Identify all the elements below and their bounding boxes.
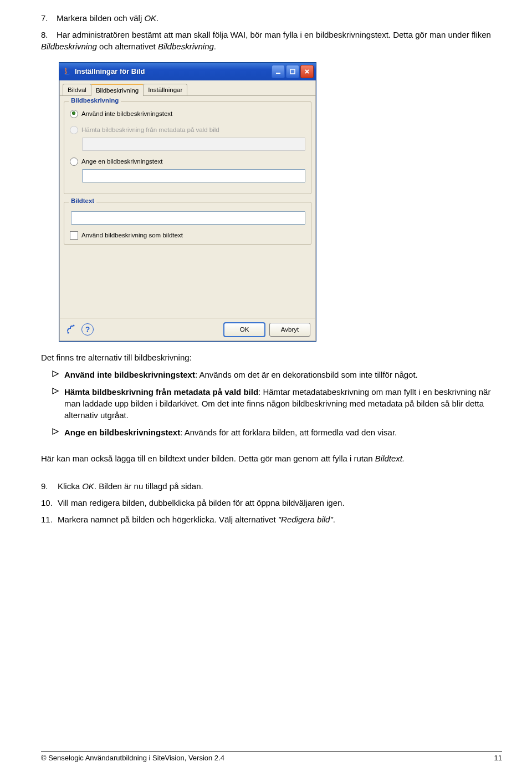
list-item-7: 7.Markera bilden och välj OK. bbox=[41, 13, 502, 24]
list-text-8a: Har administratören bestämt att man skal… bbox=[57, 30, 491, 39]
bottom-bar: ? OK Avbryt bbox=[59, 318, 316, 341]
list-text-9b: . Bilden är nu tillagd på sidan. bbox=[94, 481, 203, 491]
arrow-icon bbox=[52, 370, 59, 377]
list-num-9: 9. bbox=[41, 481, 58, 492]
sitevision-icon[interactable] bbox=[65, 323, 77, 336]
help-icon[interactable]: ? bbox=[81, 323, 94, 336]
cancel-button[interactable]: Avbryt bbox=[269, 323, 310, 337]
svg-point-2 bbox=[68, 332, 69, 334]
list-num-8: 8. bbox=[41, 29, 57, 40]
group-label-bildbeskrivning: Bildbeskrivning bbox=[69, 97, 121, 104]
bullets: Använd inte bildbeskrivningstext: Använd… bbox=[52, 369, 502, 438]
bullet-2: Hämta bildbeskrivning från metadata på v… bbox=[52, 386, 502, 421]
list-text-10: Vill man redigera bilden, dubbelklicka p… bbox=[58, 498, 345, 507]
textfield-custom[interactable] bbox=[82, 169, 305, 182]
tab-bildval[interactable]: Bildval bbox=[63, 84, 91, 95]
list-text-11-end: . bbox=[333, 515, 335, 524]
radio-no-desc[interactable] bbox=[70, 110, 78, 118]
list-text-8-em1: Bildbeskrivning bbox=[41, 42, 97, 51]
list-text-9-ok: OK bbox=[82, 481, 94, 491]
list-text-11: Markera namnet på bilden och högerklicka… bbox=[58, 515, 278, 524]
checkbox-row-use-desc[interactable]: Använd bildbeskrivning som bildtext bbox=[70, 231, 305, 240]
bildtext-paragraph: Här kan man också lägga till en bildtext… bbox=[41, 453, 502, 464]
minimize-button[interactable] bbox=[272, 65, 285, 78]
list-text-7b: . bbox=[156, 13, 158, 23]
intro-paragraph: Det finns tre alternativ till bildbeskri… bbox=[41, 352, 502, 363]
list-item-9: 9.Klicka OK. Bilden är nu tillagd på sid… bbox=[41, 481, 502, 492]
group-bildbeskrivning: Bildbeskrivning Använd inte bildbeskrivn… bbox=[64, 101, 311, 194]
list-item-11: 11.Markera namnet på bilden och högerkli… bbox=[41, 514, 502, 525]
footer-left: © Senselogic Användarutbildning i SiteVi… bbox=[41, 754, 224, 762]
radio-label-custom: Ange en bildbeskrivningstext bbox=[81, 158, 162, 165]
java-icon bbox=[63, 67, 71, 76]
bildtext-para-em: Bildtext. bbox=[375, 454, 405, 463]
tab-installningar[interactable]: Inställningar bbox=[143, 84, 187, 95]
list-text-7-ok: OK bbox=[144, 13, 156, 23]
textfield-metadata bbox=[82, 138, 305, 151]
bullet-3-bold: Ange en bildbeskrivningstext bbox=[64, 428, 180, 437]
bullet-3: Ange en bildbeskrivningstext: Används fö… bbox=[52, 426, 502, 438]
radio-row-metadata: Hämta bildbeskrivning från metadata på v… bbox=[70, 126, 305, 134]
textfield-bildtext[interactable] bbox=[71, 211, 305, 225]
list-text-7a: Markera bilden och välj bbox=[57, 13, 144, 23]
list-text-11-em: "Redigera bild" bbox=[278, 515, 333, 524]
checkbox-use-desc[interactable] bbox=[70, 231, 78, 240]
bullet-2-bold: Hämta bildbeskrivning från metadata på v… bbox=[64, 387, 258, 397]
radio-metadata bbox=[70, 126, 78, 134]
tab-bildbeskrivning[interactable]: Bildbeskrivning bbox=[91, 84, 144, 96]
bildtext-para-a: Här kan man också lägga till en bildtext… bbox=[41, 454, 375, 463]
dialog-window: Inställningar för Bild Bildval Bildbeskr… bbox=[59, 62, 316, 342]
list-text-9a: Klicka bbox=[58, 481, 82, 491]
arrow-icon bbox=[52, 388, 59, 394]
bullet-1-bold: Använd inte bildbeskrivningstext bbox=[64, 370, 195, 379]
list-num-11: 11. bbox=[41, 514, 58, 525]
tab-bar: Bildval Bildbeskrivning Inställningar bbox=[59, 80, 316, 96]
radio-row-custom[interactable]: Ange en bildbeskrivningstext bbox=[70, 158, 305, 166]
dialog-title: Inställningar för Bild bbox=[75, 67, 145, 75]
radio-row-no-desc[interactable]: Använd inte bildbeskrivningstext bbox=[70, 110, 305, 118]
list-item-8: 8.Har administratören bestämt att man sk… bbox=[41, 29, 502, 52]
svg-rect-1 bbox=[290, 69, 295, 74]
list-text-8-mid: och alternativet bbox=[97, 42, 158, 51]
group-label-bildtext: Bildtext bbox=[69, 197, 96, 204]
bullet-3-rest: : Används för att förklara bilden, att f… bbox=[180, 428, 397, 437]
group-bildtext: Bildtext Använd bildbeskrivning som bild… bbox=[64, 202, 311, 245]
checkbox-label-use-desc: Använd bildbeskrivning som bildtext bbox=[81, 232, 183, 238]
list-num-10: 10. bbox=[41, 497, 58, 509]
svg-point-3 bbox=[73, 325, 75, 327]
ok-button[interactable]: OK bbox=[224, 323, 265, 337]
bullet-1-rest: : Används om det är en dekorationsbild s… bbox=[195, 370, 418, 379]
maximize-button[interactable] bbox=[286, 65, 299, 78]
radio-label-metadata: Hämta bildbeskrivning från metadata på v… bbox=[81, 126, 219, 133]
list-item-10: 10.Vill man redigera bilden, dubbelklick… bbox=[41, 497, 502, 509]
page-footer: © Senselogic Användarutbildning i SiteVi… bbox=[41, 751, 502, 762]
svg-rect-0 bbox=[276, 73, 280, 74]
footer-right: 11 bbox=[494, 754, 502, 762]
radio-custom[interactable] bbox=[70, 158, 78, 166]
list-text-8-end: . bbox=[214, 42, 216, 51]
list-text-8-em2: Bildbeskrivning bbox=[158, 42, 214, 51]
bullet-1: Använd inte bildbeskrivningstext: Använd… bbox=[52, 369, 502, 380]
radio-label-no-desc: Använd inte bildbeskrivningstext bbox=[81, 110, 172, 117]
list-num-7: 7. bbox=[41, 13, 57, 24]
arrow-icon bbox=[52, 428, 59, 435]
titlebar[interactable]: Inställningar för Bild bbox=[59, 63, 316, 80]
close-button[interactable] bbox=[300, 65, 314, 78]
